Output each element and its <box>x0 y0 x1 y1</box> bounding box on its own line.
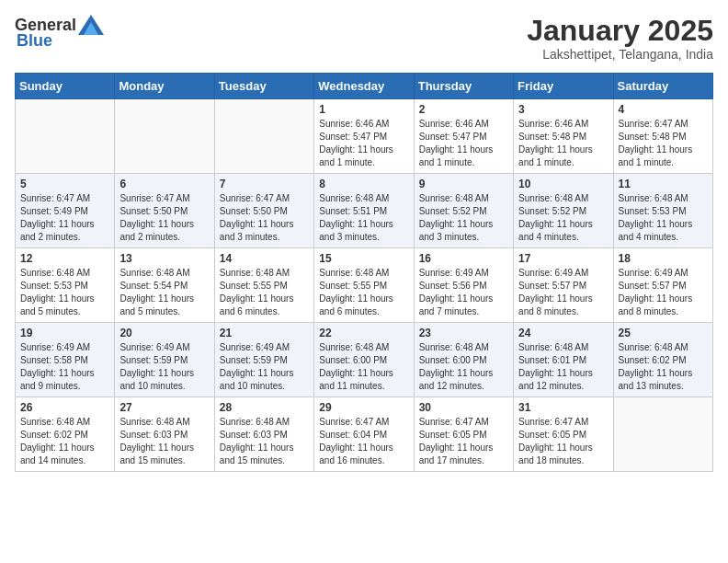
calendar-cell: 25Sunrise: 6:48 AM Sunset: 6:02 PM Dayli… <box>613 323 712 397</box>
day-number: 31 <box>518 401 608 414</box>
calendar-cell: 21Sunrise: 6:49 AM Sunset: 5:59 PM Dayli… <box>214 323 313 397</box>
day-number: 10 <box>518 178 608 190</box>
calendar-cell: 4Sunrise: 6:47 AM Sunset: 5:48 PM Daylig… <box>613 99 712 174</box>
day-number: 14 <box>220 252 309 265</box>
day-number: 19 <box>20 327 109 339</box>
day-number: 26 <box>20 401 109 414</box>
day-number: 21 <box>220 327 309 339</box>
logo-icon <box>78 15 104 35</box>
calendar-cell <box>613 397 712 472</box>
day-info: Sunrise: 6:47 AM Sunset: 6:04 PM Dayligh… <box>319 416 408 467</box>
day-info: Sunrise: 6:48 AM Sunset: 6:03 PM Dayligh… <box>119 416 209 467</box>
calendar-cell: 7Sunrise: 6:47 AM Sunset: 5:50 PM Daylig… <box>214 174 313 248</box>
day-number: 3 <box>518 103 608 116</box>
day-info: Sunrise: 6:48 AM Sunset: 5:52 PM Dayligh… <box>518 192 608 244</box>
day-info: Sunrise: 6:49 AM Sunset: 5:58 PM Dayligh… <box>20 341 109 393</box>
day-number: 7 <box>220 178 309 190</box>
calendar-header-friday: Friday <box>514 74 613 99</box>
day-info: Sunrise: 6:47 AM Sunset: 5:49 PM Dayligh… <box>20 192 109 244</box>
day-info: Sunrise: 6:48 AM Sunset: 5:51 PM Dayligh… <box>319 192 408 244</box>
calendar-cell: 9Sunrise: 6:48 AM Sunset: 5:52 PM Daylig… <box>414 174 513 248</box>
day-number: 4 <box>619 103 708 116</box>
calendar-cell: 26Sunrise: 6:48 AM Sunset: 6:02 PM Dayli… <box>16 397 115 472</box>
day-info: Sunrise: 6:49 AM Sunset: 5:57 PM Dayligh… <box>619 267 708 318</box>
calendar-cell: 23Sunrise: 6:48 AM Sunset: 6:00 PM Dayli… <box>414 323 513 397</box>
day-info: Sunrise: 6:47 AM Sunset: 5:48 PM Dayligh… <box>619 118 708 169</box>
calendar-table: SundayMondayTuesdayWednesdayThursdayFrid… <box>15 73 713 472</box>
day-number: 24 <box>518 327 608 339</box>
calendar-cell <box>214 99 313 174</box>
calendar-cell <box>115 99 214 174</box>
day-info: Sunrise: 6:47 AM Sunset: 6:05 PM Dayligh… <box>518 416 608 467</box>
day-number: 15 <box>319 252 408 265</box>
day-number: 28 <box>220 401 309 414</box>
calendar-week-row: 26Sunrise: 6:48 AM Sunset: 6:02 PM Dayli… <box>16 397 713 472</box>
calendar-week-row: 5Sunrise: 6:47 AM Sunset: 5:49 PM Daylig… <box>16 174 713 248</box>
day-info: Sunrise: 6:46 AM Sunset: 5:47 PM Dayligh… <box>419 118 508 169</box>
calendar-week-row: 12Sunrise: 6:48 AM Sunset: 5:53 PM Dayli… <box>16 248 713 323</box>
day-info: Sunrise: 6:49 AM Sunset: 5:59 PM Dayligh… <box>119 341 209 393</box>
title-block: January 2025 Lakshettipet, Telangana, In… <box>527 15 713 62</box>
calendar-cell: 5Sunrise: 6:47 AM Sunset: 5:49 PM Daylig… <box>16 174 115 248</box>
calendar-week-row: 1Sunrise: 6:46 AM Sunset: 5:47 PM Daylig… <box>16 99 713 174</box>
day-number: 25 <box>619 327 708 339</box>
calendar-header-tuesday: Tuesday <box>214 74 313 99</box>
calendar-cell: 29Sunrise: 6:47 AM Sunset: 6:04 PM Dayli… <box>314 397 414 472</box>
calendar-cell: 15Sunrise: 6:48 AM Sunset: 5:55 PM Dayli… <box>314 248 414 323</box>
day-number: 9 <box>419 178 508 190</box>
calendar-header-thursday: Thursday <box>414 74 513 99</box>
day-number: 30 <box>419 401 508 414</box>
day-number: 17 <box>518 252 608 265</box>
day-info: Sunrise: 6:47 AM Sunset: 5:50 PM Dayligh… <box>119 192 209 244</box>
day-info: Sunrise: 6:48 AM Sunset: 5:55 PM Dayligh… <box>319 267 408 318</box>
calendar-cell: 27Sunrise: 6:48 AM Sunset: 6:03 PM Dayli… <box>115 397 214 472</box>
day-number: 20 <box>119 327 209 339</box>
day-info: Sunrise: 6:48 AM Sunset: 5:54 PM Dayligh… <box>119 267 209 318</box>
day-number: 1 <box>319 103 408 116</box>
calendar-cell: 17Sunrise: 6:49 AM Sunset: 5:57 PM Dayli… <box>514 248 613 323</box>
day-number: 23 <box>419 327 508 339</box>
calendar-cell <box>16 99 115 174</box>
calendar-week-row: 19Sunrise: 6:49 AM Sunset: 5:58 PM Dayli… <box>16 323 713 397</box>
calendar-cell: 12Sunrise: 6:48 AM Sunset: 5:53 PM Dayli… <box>16 248 115 323</box>
calendar-cell: 19Sunrise: 6:49 AM Sunset: 5:58 PM Dayli… <box>16 323 115 397</box>
day-info: Sunrise: 6:47 AM Sunset: 6:05 PM Dayligh… <box>419 416 508 467</box>
calendar-header-sunday: Sunday <box>16 74 115 99</box>
calendar-header-row: SundayMondayTuesdayWednesdayThursdayFrid… <box>16 74 713 99</box>
day-number: 6 <box>119 178 209 190</box>
logo: General Blue <box>15 15 104 51</box>
day-info: Sunrise: 6:48 AM Sunset: 5:53 PM Dayligh… <box>20 267 109 318</box>
day-number: 12 <box>20 252 109 265</box>
calendar-cell: 6Sunrise: 6:47 AM Sunset: 5:50 PM Daylig… <box>115 174 214 248</box>
day-number: 16 <box>419 252 508 265</box>
day-info: Sunrise: 6:48 AM Sunset: 6:00 PM Dayligh… <box>319 341 408 393</box>
day-info: Sunrise: 6:47 AM Sunset: 5:50 PM Dayligh… <box>220 192 309 244</box>
calendar-cell: 1Sunrise: 6:46 AM Sunset: 5:47 PM Daylig… <box>314 99 414 174</box>
day-number: 5 <box>20 178 109 190</box>
calendar-cell: 10Sunrise: 6:48 AM Sunset: 5:52 PM Dayli… <box>514 174 613 248</box>
calendar-cell: 3Sunrise: 6:46 AM Sunset: 5:48 PM Daylig… <box>514 99 613 174</box>
day-info: Sunrise: 6:48 AM Sunset: 6:00 PM Dayligh… <box>419 341 508 393</box>
day-number: 13 <box>119 252 209 265</box>
calendar-cell: 28Sunrise: 6:48 AM Sunset: 6:03 PM Dayli… <box>214 397 313 472</box>
calendar-cell: 30Sunrise: 6:47 AM Sunset: 6:05 PM Dayli… <box>414 397 513 472</box>
day-info: Sunrise: 6:48 AM Sunset: 6:03 PM Dayligh… <box>220 416 309 467</box>
calendar-cell: 2Sunrise: 6:46 AM Sunset: 5:47 PM Daylig… <box>414 99 513 174</box>
calendar-header-saturday: Saturday <box>613 74 712 99</box>
day-info: Sunrise: 6:49 AM Sunset: 5:57 PM Dayligh… <box>518 267 608 318</box>
calendar-cell: 16Sunrise: 6:49 AM Sunset: 5:56 PM Dayli… <box>414 248 513 323</box>
day-info: Sunrise: 6:48 AM Sunset: 5:52 PM Dayligh… <box>419 192 508 244</box>
day-info: Sunrise: 6:48 AM Sunset: 6:01 PM Dayligh… <box>518 341 608 393</box>
day-number: 2 <box>419 103 508 116</box>
day-number: 11 <box>619 178 708 190</box>
page-header: General Blue January 2025 Lakshettipet, … <box>15 15 713 62</box>
calendar-header-monday: Monday <box>115 74 214 99</box>
calendar-cell: 11Sunrise: 6:48 AM Sunset: 5:53 PM Dayli… <box>613 174 712 248</box>
day-info: Sunrise: 6:46 AM Sunset: 5:48 PM Dayligh… <box>518 118 608 169</box>
calendar-header-wednesday: Wednesday <box>314 74 414 99</box>
calendar-cell: 24Sunrise: 6:48 AM Sunset: 6:01 PM Dayli… <box>514 323 613 397</box>
month-title: January 2025 <box>527 15 713 47</box>
day-info: Sunrise: 6:48 AM Sunset: 6:02 PM Dayligh… <box>619 341 708 393</box>
day-number: 27 <box>119 401 209 414</box>
calendar-cell: 14Sunrise: 6:48 AM Sunset: 5:55 PM Dayli… <box>214 248 313 323</box>
